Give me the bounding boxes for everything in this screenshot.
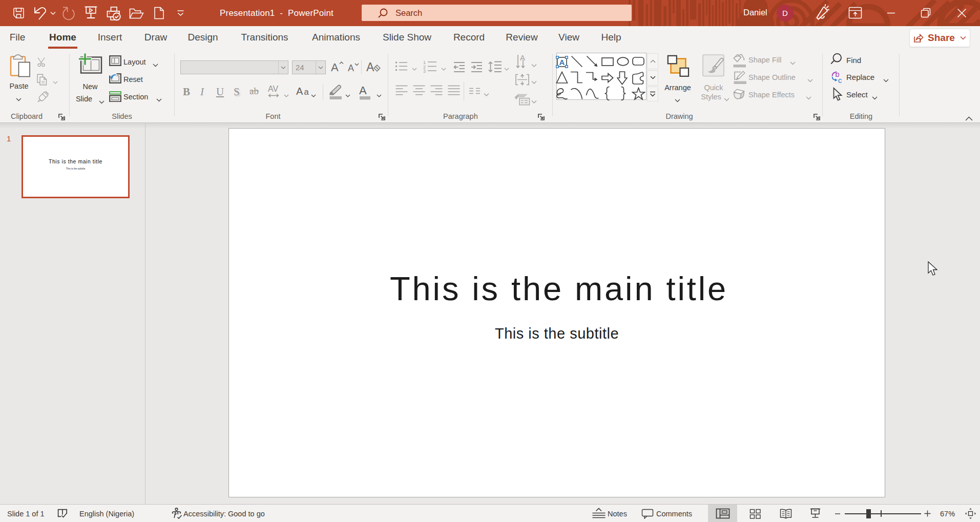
svg-text:A: A (331, 61, 339, 74)
svg-text:3: 3 (423, 69, 426, 73)
svg-text:A: A (359, 84, 367, 97)
svg-text:A: A (296, 86, 303, 97)
svg-text:AV: AV (268, 85, 278, 93)
svg-text:c: c (838, 76, 842, 84)
svg-text:A: A (559, 57, 565, 66)
svg-text:A: A (348, 63, 354, 73)
svg-text:A: A (366, 60, 374, 74)
svg-text:a: a (304, 87, 309, 96)
svg-text:A: A (520, 54, 525, 62)
